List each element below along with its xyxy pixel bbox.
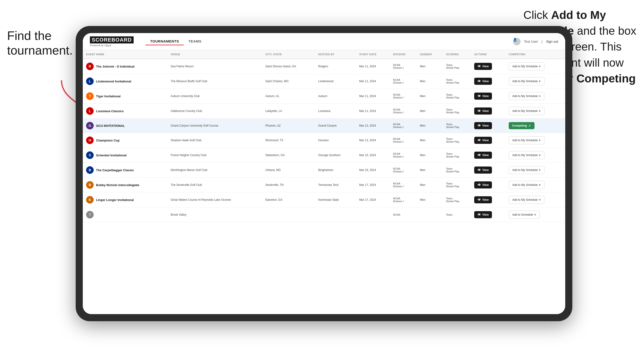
col-gender: GENDER [417,50,443,59]
view-button[interactable]: 👁View [474,152,492,159]
team-logo: G [86,122,94,129]
team-logo: B [86,181,94,189]
city-cell: Saint Charles, MO [262,74,315,89]
col-city: CITY, STATE [262,50,315,59]
add-to-schedule-button[interactable]: Add to My Schedule+ [509,92,544,100]
plus-icon: + [538,153,541,157]
competing-cell: Add to Schedule+ [506,207,565,222]
add-to-schedule-button[interactable]: Add to My Schedule+ [509,151,544,159]
view-button[interactable]: 👁View [474,107,492,115]
scoring-cell: Team,Stroke Play [443,192,471,207]
venue-cell: Grand Canyon University Golf Course [168,119,262,133]
competing-cell: Add to My Schedule+ [506,163,565,177]
col-venue: VENUE [168,50,262,59]
plus-icon: + [538,183,541,187]
division-cell: NCAADivision I [390,89,417,104]
competing-cell: Add to My Schedule+ [506,74,565,89]
header-right: 👤 Test User | Sign out [513,38,558,45]
division-cell: NCAADivision I [390,133,417,148]
hosted-by-cell: Kennesaw State [315,192,356,207]
eye-icon: 👁 [478,153,481,157]
eye-icon: 👁 [478,109,481,113]
add-to-schedule-button[interactable]: Add to My Schedule+ [509,181,544,189]
view-button[interactable]: 👁View [474,137,492,144]
venue-cell: Worthington Manor Golf Club [168,163,262,177]
actions-cell: 👁View [471,177,506,192]
gender-cell: Men [417,74,443,89]
view-button[interactable]: 👁View [474,181,492,188]
city-cell: Statesboro, GA [262,148,315,163]
app-header: SCOREBOARD Powered by clippd TOURNAMENTS… [83,33,565,50]
gender-cell [417,207,443,222]
view-button[interactable]: 👁View [474,211,492,218]
scoring-cell: Team, [443,207,471,222]
table-row: G GCU INVITATIONAL Grand Canyon Universi… [83,119,565,133]
add-to-schedule-button[interactable]: Add to My Schedule+ [509,166,544,174]
team-logo: R [86,63,94,70]
venue-cell: Oakbourne Country Club [168,104,262,119]
hosted-by-cell: Georgia Southern [315,148,356,163]
logo-text: SCOREBOARD [90,36,134,43]
team-logo: ? [86,211,94,218]
venue-cell: Shadow Hawk Golf Club [168,133,262,148]
annotation-left-line2: tournament. [7,43,73,57]
city-cell: Sevierville, TN [262,177,315,192]
add-to-schedule-button[interactable]: Add to My Schedule+ [509,62,544,70]
add-schedule-label: Add to My Schedule [512,65,538,68]
hosted-by-cell: Houston [315,133,356,148]
gender-cell: Men [417,177,443,192]
add-to-schedule-button[interactable]: Add to Schedule+ [509,211,540,219]
competing-cell: Add to My Schedule+ [506,59,565,74]
scoring-cell: Team,Stroke Play [443,163,471,177]
view-button[interactable]: 👁View [474,196,492,203]
event-name-cell: L Lindenwood Invitational [83,74,168,89]
division-cell: NCAADivision I [390,192,417,207]
division-cell: NCAADivision I [390,177,417,192]
event-name-cell: K Linger Longer Invitational [83,192,168,207]
competing-button[interactable]: Competing✓ [509,122,534,129]
event-name-text: Lindenwood Invitational [96,80,131,83]
col-start-date: START DATE [356,50,390,59]
event-name-cell: ? [83,207,168,222]
city-cell: Lafayette, LA [262,104,315,119]
view-button[interactable]: 👁View [474,122,492,129]
team-logo: K [86,196,94,204]
venue-cell: Great Waters Course At Reynolds Lake Oco… [168,192,262,207]
hosted-by-cell: Tennessee Tech [315,177,356,192]
view-button[interactable]: 👁View [474,78,492,85]
table-container: EVENT NAME VENUE CITY, STATE HOSTED BY S… [83,50,565,314]
venue-cell: The Sevierville Golf Club [168,177,262,192]
event-name-cell: B The Carpetbagger Classic [83,163,168,177]
view-button[interactable]: 👁View [474,167,492,173]
add-schedule-label: Add to My Schedule [512,139,538,142]
actions-cell: 👁View [471,207,506,222]
separator: | [542,40,542,43]
eye-icon: 👁 [478,183,481,187]
scoring-cell: Team,Stroke Play [443,59,471,74]
hosted-by-cell: Rutgers [315,59,356,74]
event-name-cell: T Tiger Invitational [83,89,168,104]
view-button[interactable]: 👁View [474,63,492,70]
add-to-schedule-button[interactable]: Add to My Schedule+ [509,136,544,144]
table-row: K Linger Longer Invitational Great Water… [83,192,565,207]
tab-teams[interactable]: TEAMS [184,38,206,45]
gender-cell: Men [417,119,443,133]
sign-out-link[interactable]: Sign out [546,40,558,43]
logo-area: SCOREBOARD Powered by clippd [90,36,134,47]
gender-cell: Men [417,59,443,74]
competing-cell: Add to My Schedule+ [506,133,565,148]
table-row: T Tiger Invitational Auburn University C… [83,89,565,104]
table-row: L Lindenwood Invitational The Missouri B… [83,74,565,89]
table-header-row: EVENT NAME VENUE CITY, STATE HOSTED BY S… [83,50,565,59]
add-to-schedule-button[interactable]: Add to My Schedule+ [509,77,544,85]
hosted-by-cell: Louisiana [315,104,356,119]
add-to-schedule-button[interactable]: Add to My Schedule+ [509,107,544,115]
add-to-schedule-button[interactable]: Add to My Schedule+ [509,196,544,204]
view-button[interactable]: 👁View [474,93,492,100]
tab-tournaments[interactable]: TOURNAMENTS [146,38,184,45]
hosted-by-cell: Lindenwood [315,74,356,89]
actions-cell: 👁View [471,59,506,74]
start-date-cell: Mar 11, 2024 [356,59,390,74]
team-logo: L [86,107,94,115]
plus-icon: + [534,212,536,217]
